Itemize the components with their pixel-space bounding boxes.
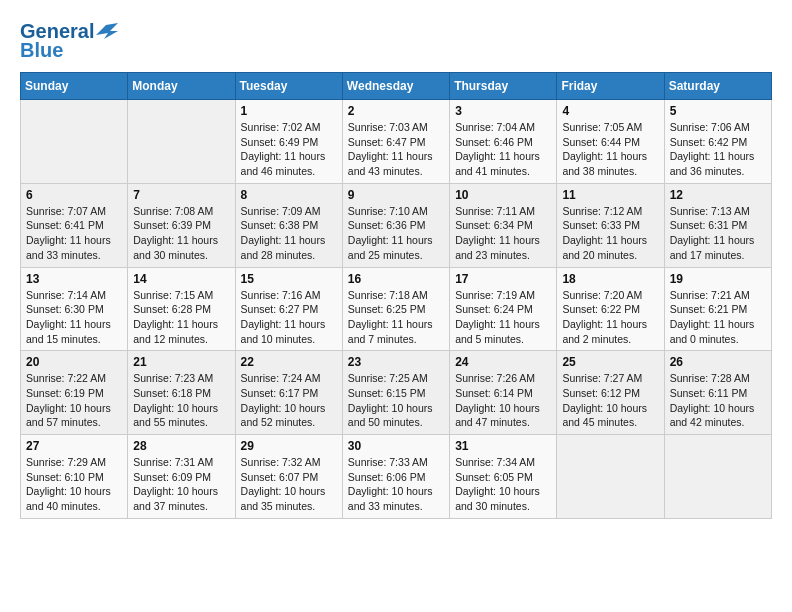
day-cell: 20Sunrise: 7:22 AM Sunset: 6:19 PM Dayli… — [21, 351, 128, 435]
day-info: Sunrise: 7:34 AM Sunset: 6:05 PM Dayligh… — [455, 455, 551, 514]
day-cell: 7Sunrise: 7:08 AM Sunset: 6:39 PM Daylig… — [128, 183, 235, 267]
day-number: 21 — [133, 355, 229, 369]
day-cell: 31Sunrise: 7:34 AM Sunset: 6:05 PM Dayli… — [450, 435, 557, 519]
day-cell — [664, 435, 771, 519]
day-cell: 24Sunrise: 7:26 AM Sunset: 6:14 PM Dayli… — [450, 351, 557, 435]
day-cell: 1Sunrise: 7:02 AM Sunset: 6:49 PM Daylig… — [235, 100, 342, 184]
day-info: Sunrise: 7:18 AM Sunset: 6:25 PM Dayligh… — [348, 288, 444, 347]
day-info: Sunrise: 7:11 AM Sunset: 6:34 PM Dayligh… — [455, 204, 551, 263]
day-cell: 10Sunrise: 7:11 AM Sunset: 6:34 PM Dayli… — [450, 183, 557, 267]
day-info: Sunrise: 7:05 AM Sunset: 6:44 PM Dayligh… — [562, 120, 658, 179]
weekday-header-tuesday: Tuesday — [235, 73, 342, 100]
day-info: Sunrise: 7:26 AM Sunset: 6:14 PM Dayligh… — [455, 371, 551, 430]
day-cell: 26Sunrise: 7:28 AM Sunset: 6:11 PM Dayli… — [664, 351, 771, 435]
day-number: 19 — [670, 272, 766, 286]
day-number: 6 — [26, 188, 122, 202]
day-cell: 18Sunrise: 7:20 AM Sunset: 6:22 PM Dayli… — [557, 267, 664, 351]
day-info: Sunrise: 7:33 AM Sunset: 6:06 PM Dayligh… — [348, 455, 444, 514]
day-cell: 15Sunrise: 7:16 AM Sunset: 6:27 PM Dayli… — [235, 267, 342, 351]
day-cell: 22Sunrise: 7:24 AM Sunset: 6:17 PM Dayli… — [235, 351, 342, 435]
header: General Blue — [20, 20, 772, 62]
day-cell — [21, 100, 128, 184]
day-number: 17 — [455, 272, 551, 286]
logo-bird-icon — [96, 21, 118, 43]
day-info: Sunrise: 7:09 AM Sunset: 6:38 PM Dayligh… — [241, 204, 337, 263]
day-cell: 27Sunrise: 7:29 AM Sunset: 6:10 PM Dayli… — [21, 435, 128, 519]
week-row-3: 13Sunrise: 7:14 AM Sunset: 6:30 PM Dayli… — [21, 267, 772, 351]
day-info: Sunrise: 7:10 AM Sunset: 6:36 PM Dayligh… — [348, 204, 444, 263]
day-cell: 13Sunrise: 7:14 AM Sunset: 6:30 PM Dayli… — [21, 267, 128, 351]
day-cell: 19Sunrise: 7:21 AM Sunset: 6:21 PM Dayli… — [664, 267, 771, 351]
day-info: Sunrise: 7:32 AM Sunset: 6:07 PM Dayligh… — [241, 455, 337, 514]
day-number: 3 — [455, 104, 551, 118]
day-number: 25 — [562, 355, 658, 369]
weekday-header-sunday: Sunday — [21, 73, 128, 100]
week-row-1: 1Sunrise: 7:02 AM Sunset: 6:49 PM Daylig… — [21, 100, 772, 184]
week-row-5: 27Sunrise: 7:29 AM Sunset: 6:10 PM Dayli… — [21, 435, 772, 519]
day-info: Sunrise: 7:16 AM Sunset: 6:27 PM Dayligh… — [241, 288, 337, 347]
logo-blue: Blue — [20, 39, 63, 62]
weekday-header-row: SundayMondayTuesdayWednesdayThursdayFrid… — [21, 73, 772, 100]
day-cell: 11Sunrise: 7:12 AM Sunset: 6:33 PM Dayli… — [557, 183, 664, 267]
day-number: 1 — [241, 104, 337, 118]
day-cell: 14Sunrise: 7:15 AM Sunset: 6:28 PM Dayli… — [128, 267, 235, 351]
day-number: 18 — [562, 272, 658, 286]
day-cell: 17Sunrise: 7:19 AM Sunset: 6:24 PM Dayli… — [450, 267, 557, 351]
day-info: Sunrise: 7:13 AM Sunset: 6:31 PM Dayligh… — [670, 204, 766, 263]
day-number: 5 — [670, 104, 766, 118]
day-number: 12 — [670, 188, 766, 202]
day-cell: 3Sunrise: 7:04 AM Sunset: 6:46 PM Daylig… — [450, 100, 557, 184]
day-info: Sunrise: 7:19 AM Sunset: 6:24 PM Dayligh… — [455, 288, 551, 347]
day-number: 29 — [241, 439, 337, 453]
week-row-2: 6Sunrise: 7:07 AM Sunset: 6:41 PM Daylig… — [21, 183, 772, 267]
weekday-header-monday: Monday — [128, 73, 235, 100]
day-info: Sunrise: 7:31 AM Sunset: 6:09 PM Dayligh… — [133, 455, 229, 514]
svg-marker-0 — [96, 23, 118, 39]
weekday-header-wednesday: Wednesday — [342, 73, 449, 100]
day-number: 20 — [26, 355, 122, 369]
day-info: Sunrise: 7:25 AM Sunset: 6:15 PM Dayligh… — [348, 371, 444, 430]
day-cell — [128, 100, 235, 184]
day-cell: 29Sunrise: 7:32 AM Sunset: 6:07 PM Dayli… — [235, 435, 342, 519]
day-number: 22 — [241, 355, 337, 369]
weekday-header-saturday: Saturday — [664, 73, 771, 100]
logo: General Blue — [20, 20, 118, 62]
day-number: 23 — [348, 355, 444, 369]
day-info: Sunrise: 7:12 AM Sunset: 6:33 PM Dayligh… — [562, 204, 658, 263]
day-number: 16 — [348, 272, 444, 286]
day-number: 13 — [26, 272, 122, 286]
day-info: Sunrise: 7:04 AM Sunset: 6:46 PM Dayligh… — [455, 120, 551, 179]
day-cell: 9Sunrise: 7:10 AM Sunset: 6:36 PM Daylig… — [342, 183, 449, 267]
day-info: Sunrise: 7:22 AM Sunset: 6:19 PM Dayligh… — [26, 371, 122, 430]
day-cell: 25Sunrise: 7:27 AM Sunset: 6:12 PM Dayli… — [557, 351, 664, 435]
day-info: Sunrise: 7:02 AM Sunset: 6:49 PM Dayligh… — [241, 120, 337, 179]
day-info: Sunrise: 7:15 AM Sunset: 6:28 PM Dayligh… — [133, 288, 229, 347]
day-cell — [557, 435, 664, 519]
day-info: Sunrise: 7:14 AM Sunset: 6:30 PM Dayligh… — [26, 288, 122, 347]
day-number: 4 — [562, 104, 658, 118]
day-number: 26 — [670, 355, 766, 369]
day-info: Sunrise: 7:23 AM Sunset: 6:18 PM Dayligh… — [133, 371, 229, 430]
day-number: 15 — [241, 272, 337, 286]
day-number: 7 — [133, 188, 229, 202]
day-info: Sunrise: 7:28 AM Sunset: 6:11 PM Dayligh… — [670, 371, 766, 430]
day-cell: 28Sunrise: 7:31 AM Sunset: 6:09 PM Dayli… — [128, 435, 235, 519]
day-cell: 16Sunrise: 7:18 AM Sunset: 6:25 PM Dayli… — [342, 267, 449, 351]
day-cell: 30Sunrise: 7:33 AM Sunset: 6:06 PM Dayli… — [342, 435, 449, 519]
day-info: Sunrise: 7:08 AM Sunset: 6:39 PM Dayligh… — [133, 204, 229, 263]
week-row-4: 20Sunrise: 7:22 AM Sunset: 6:19 PM Dayli… — [21, 351, 772, 435]
weekday-header-thursday: Thursday — [450, 73, 557, 100]
day-number: 8 — [241, 188, 337, 202]
calendar-table: SundayMondayTuesdayWednesdayThursdayFrid… — [20, 72, 772, 519]
day-number: 31 — [455, 439, 551, 453]
day-cell: 2Sunrise: 7:03 AM Sunset: 6:47 PM Daylig… — [342, 100, 449, 184]
day-number: 14 — [133, 272, 229, 286]
day-number: 10 — [455, 188, 551, 202]
day-info: Sunrise: 7:29 AM Sunset: 6:10 PM Dayligh… — [26, 455, 122, 514]
day-number: 11 — [562, 188, 658, 202]
day-cell: 23Sunrise: 7:25 AM Sunset: 6:15 PM Dayli… — [342, 351, 449, 435]
day-number: 2 — [348, 104, 444, 118]
day-cell: 8Sunrise: 7:09 AM Sunset: 6:38 PM Daylig… — [235, 183, 342, 267]
day-info: Sunrise: 7:20 AM Sunset: 6:22 PM Dayligh… — [562, 288, 658, 347]
day-info: Sunrise: 7:06 AM Sunset: 6:42 PM Dayligh… — [670, 120, 766, 179]
